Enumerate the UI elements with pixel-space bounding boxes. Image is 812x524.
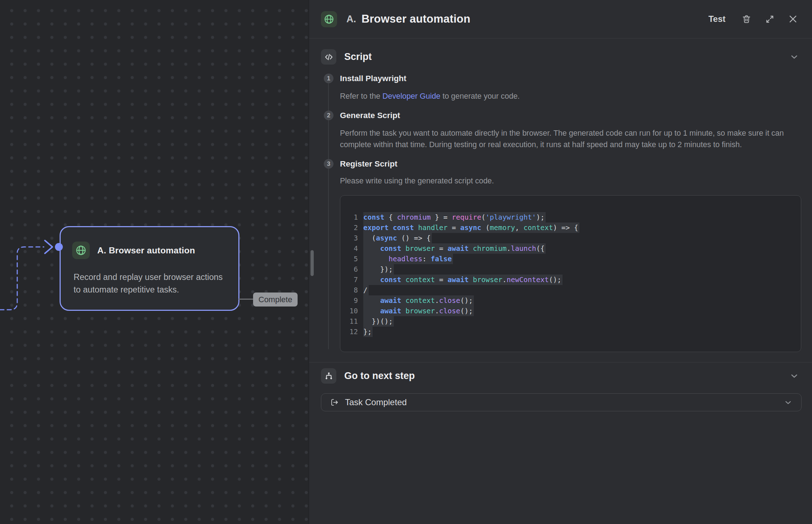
code-line: 12}; [340, 327, 794, 337]
code-line: 1const { chromium } = require('playwrigh… [340, 212, 794, 223]
chevron-down-icon[interactable] [789, 52, 799, 62]
node-input-port[interactable] [55, 243, 63, 251]
badge-connector-line [239, 299, 253, 300]
next-step-section-header[interactable]: Go to next step [321, 368, 799, 384]
status-badge: Complete [253, 293, 298, 307]
code-line: 10 await browser.close(); [340, 306, 794, 316]
step-number: 2 [324, 111, 333, 120]
panel-title: Browser automation [361, 13, 470, 25]
expand-button[interactable] [764, 13, 776, 25]
next-step-section-title: Go to next step [344, 370, 415, 382]
step-number: 1 [324, 74, 333, 83]
code-line: 9 await context.close(); [340, 295, 794, 306]
code-line: 5 headless: false [340, 254, 794, 264]
workflow-editor: A. Browser automation Record and replay … [0, 0, 812, 524]
code-icon [321, 49, 336, 65]
code-line: 2export const handler = async (memory, c… [340, 223, 794, 233]
step-title: Register Script [340, 159, 801, 169]
delete-button[interactable] [740, 13, 752, 25]
code-line: 6 }); [340, 264, 794, 275]
script-section-header[interactable]: Script [321, 49, 799, 65]
step-desc-text: Refer to the [340, 92, 382, 100]
node-description: Record and replay user browser actions t… [61, 259, 238, 296]
trash-icon [741, 14, 752, 24]
globe-icon [321, 11, 337, 27]
step-title: Install Playwright [340, 74, 801, 83]
expand-icon [765, 14, 775, 24]
step-description: Perform the task you want to automate di… [340, 127, 801, 150]
next-step-selected-value: Task Completed [345, 397, 407, 407]
panel-header: A. Browser automation Test [309, 0, 812, 38]
chevron-down-icon [784, 398, 793, 407]
code-line: 11 })(); [340, 316, 794, 327]
step-description: Please write using the generated script … [340, 175, 801, 187]
code-line: 7 const context = await browser.newConte… [340, 275, 794, 285]
code-line: 3 (async () => { [340, 233, 794, 243]
node-browser-automation[interactable]: A. Browser automation Record and replay … [60, 226, 239, 311]
script-section-title: Script [344, 51, 372, 62]
workflow-canvas[interactable]: A. Browser automation Record and replay … [0, 0, 309, 524]
step-description: Refer to the Developer Guide to generate… [340, 90, 801, 102]
close-icon [788, 14, 798, 24]
scrollbar-thumb[interactable] [311, 250, 314, 276]
close-button[interactable] [787, 13, 799, 25]
workflow-branch-icon [321, 368, 336, 384]
section-divider [309, 362, 812, 362]
exit-icon [330, 398, 339, 407]
node-title: A. Browser automation [97, 245, 195, 256]
code-editor[interactable]: 1const { chromium } = require('playwrigh… [340, 195, 801, 352]
chevron-down-icon[interactable] [789, 371, 799, 381]
node-letter: A. [346, 14, 356, 25]
code-line: 8/ [340, 285, 794, 295]
step-number: 3 [324, 159, 333, 169]
globe-icon [72, 242, 90, 259]
code-line: 4 const browser = await chromium.launch(… [340, 243, 794, 254]
script-steps: 1 Install Playwright Refer to the Develo… [340, 74, 801, 352]
step-install-playwright: 1 Install Playwright Refer to the Develo… [340, 74, 801, 102]
step-generate-script: 2 Generate Script Perform the task you w… [340, 111, 801, 150]
next-step-select[interactable]: Task Completed [321, 393, 802, 411]
arrowhead-icon [45, 240, 52, 253]
developer-guide-link[interactable]: Developer Guide [382, 92, 440, 100]
test-button[interactable]: Test [705, 14, 729, 24]
step-desc-text: to generate your code. [440, 92, 520, 100]
step-title: Generate Script [340, 111, 801, 120]
node-config-panel: A. Browser automation Test [309, 0, 812, 524]
code-editor-lines: 1const { chromium } = require('playwrigh… [340, 212, 794, 337]
step-register-script: 3 Register Script Please write using the… [340, 159, 801, 187]
